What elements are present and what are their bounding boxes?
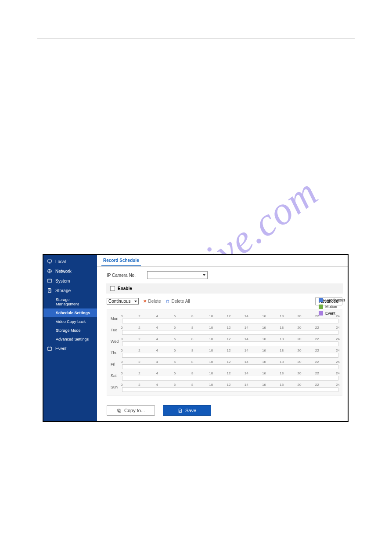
hour-tick: 8	[191, 383, 209, 387]
hour-tick: 18	[280, 360, 297, 364]
sidebar-sub-storage-mode[interactable]: Storage Mode	[43, 326, 97, 335]
button-save[interactable]: Save	[163, 405, 211, 416]
hour-tick: 22	[315, 383, 333, 387]
legend-swatch	[319, 298, 323, 302]
hour-tick: 14	[245, 383, 262, 387]
hour-tick: 14	[245, 360, 262, 364]
hour-tick: 10	[209, 360, 227, 364]
schedule-track[interactable]	[122, 387, 338, 392]
window-icon	[47, 278, 52, 283]
hour-tick: 8	[191, 314, 209, 319]
row-enable: Enable	[106, 283, 343, 294]
legend-item[interactable]: Continuous	[319, 298, 346, 302]
sidebar-sub-schedule-settings[interactable]: Schedule Settings	[43, 308, 97, 317]
hour-tick: 16	[262, 326, 280, 330]
page-header-rule	[37, 39, 355, 39]
panel-body: IP Camera No. Enable Continuous ✕ Delete	[97, 267, 348, 402]
hour-scale: 024681012141618202224	[122, 326, 338, 330]
hour-scale: 024681012141618202224	[122, 371, 338, 376]
hour-scale: 024681012141618202224	[122, 337, 338, 341]
schedule-track[interactable]	[122, 353, 338, 358]
main-panel: Record Schedule IP Camera No. Enable Con…	[97, 255, 348, 421]
legend-item[interactable]: Motion	[319, 305, 346, 309]
hour-tick: 12	[227, 348, 245, 353]
hour-tick: 24	[335, 371, 340, 376]
sidebar-item-label: Storage Mode	[56, 328, 81, 333]
legend-swatch	[319, 305, 323, 309]
sidebar-item-label: Schedule Settings	[56, 311, 90, 315]
select-record-mode[interactable]: Continuous	[107, 298, 139, 305]
track-wrap: 024681012141618202224	[122, 326, 338, 335]
hour-tick: 20	[298, 337, 315, 341]
x-icon: ✕	[143, 299, 147, 304]
button-delete-all-label: Delete All	[172, 299, 190, 304]
schedule-track[interactable]	[122, 376, 338, 381]
sidebar-item-storage[interactable]: Storage	[43, 286, 97, 295]
legend-swatch	[319, 311, 323, 316]
hour-tick: 24	[335, 348, 340, 353]
hour-tick: 10	[209, 348, 227, 353]
button-delete-all[interactable]: Delete All	[165, 299, 190, 304]
sidebar-item-label: Advanced Settings	[56, 337, 89, 341]
globe-icon	[47, 268, 52, 274]
hour-tick: 0	[121, 326, 138, 330]
footer-actions: Copy to... Save	[97, 402, 348, 421]
hour-tick: 24	[335, 360, 340, 364]
hour-tick: 2	[138, 326, 156, 330]
hour-tick: 16	[262, 371, 280, 376]
save-icon	[47, 288, 52, 293]
schedule-day-row: Thu024681012141618202224	[111, 347, 338, 359]
hour-tick: 0	[121, 348, 138, 353]
hour-tick: 2	[138, 371, 156, 376]
sidebar-sub-storage-management[interactable]: Storage Management	[43, 295, 97, 308]
hour-tick: 20	[298, 383, 315, 387]
hour-tick: 20	[298, 348, 315, 353]
schedule-track[interactable]	[122, 330, 338, 335]
hour-tick: 18	[280, 371, 297, 376]
schedule-track[interactable]	[122, 319, 338, 323]
hour-tick: 0	[121, 383, 138, 387]
sidebar-item-event[interactable]: Event	[43, 344, 97, 353]
hour-tick: 14	[245, 326, 262, 330]
button-copy-to[interactable]: Copy to...	[107, 405, 155, 416]
hour-tick: 4	[156, 337, 174, 341]
schedule-track[interactable]	[122, 364, 338, 369]
row-camera-no: IP Camera No.	[107, 271, 342, 279]
hour-tick: 10	[209, 383, 227, 387]
checkbox-enable[interactable]	[110, 286, 115, 291]
select-ip-camera-no[interactable]	[147, 271, 208, 279]
sidebar-item-label: Storage Management	[56, 297, 94, 306]
legend-label: Motion	[325, 305, 337, 309]
hour-tick: 12	[227, 314, 245, 319]
tab-record-schedule[interactable]: Record Schedule	[101, 255, 141, 266]
hour-tick: 24	[335, 326, 340, 330]
legend: ContinuousMotionEvent	[319, 298, 346, 318]
hour-tick: 12	[227, 360, 245, 364]
sidebar-item-local[interactable]: Local	[43, 257, 97, 266]
hour-scale: 024681012141618202224	[122, 360, 338, 364]
hour-tick: 24	[335, 337, 340, 341]
hour-tick: 4	[156, 348, 174, 353]
hour-tick: 24	[335, 383, 340, 387]
button-delete[interactable]: ✕ Delete	[143, 299, 161, 304]
sidebar-sub-video-copy-back[interactable]: Video Copy-back	[43, 317, 97, 326]
hour-tick: 16	[262, 360, 280, 364]
hour-tick: 2	[138, 314, 156, 319]
select-record-mode-value: Continuous	[108, 299, 131, 304]
hour-tick: 22	[315, 360, 333, 364]
hour-tick: 6	[174, 360, 191, 364]
hour-tick: 4	[156, 371, 174, 376]
sidebar-item-label: System	[55, 279, 70, 283]
app-window: Local Network System Storage Storage Man…	[43, 254, 349, 422]
schedule-toolbar: Continuous ✕ Delete Delete All Advanced	[107, 297, 342, 305]
hour-tick: 0	[121, 371, 138, 376]
schedule-track[interactable]	[122, 341, 338, 346]
track-wrap: 024681012141618202224	[122, 348, 338, 358]
sidebar-item-network[interactable]: Network	[43, 266, 97, 276]
legend-item[interactable]: Event	[319, 311, 346, 316]
sidebar-item-system[interactable]: System	[43, 276, 97, 286]
sidebar-sub-advanced-settings[interactable]: Advanced Settings	[43, 335, 97, 344]
hour-tick: 12	[227, 371, 245, 376]
svg-rect-4	[49, 291, 50, 292]
hour-tick: 14	[245, 348, 262, 353]
